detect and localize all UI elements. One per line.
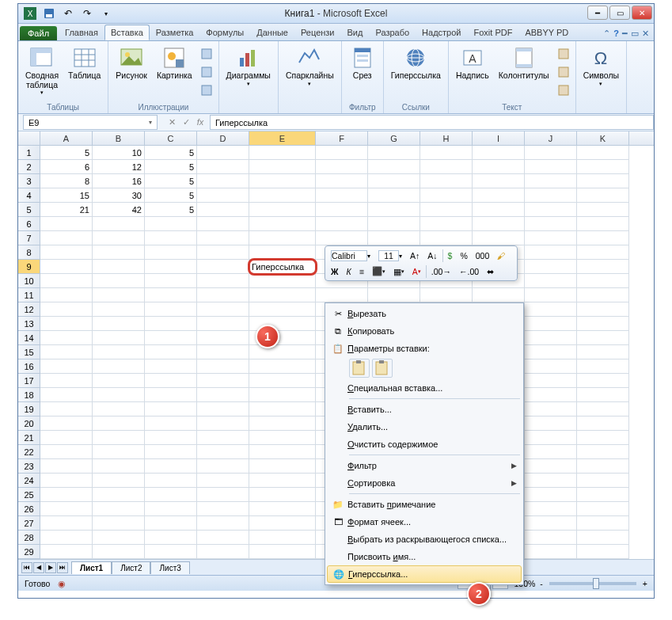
row-header-26[interactable]: 26 — [18, 502, 40, 516]
cell-J27[interactable] — [525, 516, 577, 531]
signature-icon[interactable] — [555, 63, 572, 81]
ctx-копировать[interactable]: ⧉Копировать — [327, 322, 522, 340]
cell-K7[interactable] — [577, 231, 629, 245]
cell-J13[interactable] — [525, 317, 577, 331]
cell-E25[interactable] — [249, 488, 316, 502]
ribbon-гиперссылка[interactable]: Гиперссылка — [387, 43, 445, 101]
macro-record-icon[interactable]: ◉ — [58, 579, 66, 588]
col-header-I[interactable]: I — [473, 131, 525, 145]
cell-A17[interactable] — [40, 374, 93, 388]
cell-K29[interactable] — [577, 545, 629, 559]
cell-A8[interactable] — [40, 245, 93, 260]
cell-D12[interactable] — [197, 302, 249, 317]
mdi-min[interactable]: ━ — [622, 29, 628, 39]
cell-J5[interactable] — [525, 203, 577, 217]
row-header-8[interactable]: 8 — [18, 245, 40, 260]
cell-D21[interactable] — [197, 431, 249, 445]
cell-K9[interactable] — [577, 260, 629, 274]
mini-italic[interactable]: К — [344, 265, 355, 278]
cell-C24[interactable] — [145, 474, 197, 488]
cell-J25[interactable] — [525, 488, 577, 502]
cell-E16[interactable] — [249, 359, 316, 374]
row-header-22[interactable]: 22 — [18, 445, 40, 459]
cell-J17[interactable] — [525, 374, 577, 388]
cell-C15[interactable] — [145, 345, 197, 359]
cell-K18[interactable] — [577, 388, 629, 402]
cell-C12[interactable] — [145, 302, 197, 317]
row-header-27[interactable]: 27 — [18, 516, 40, 531]
cell-D9[interactable] — [197, 260, 249, 274]
ribbon-collapse[interactable]: ⌃ — [603, 29, 610, 39]
row-header-23[interactable]: 23 — [18, 459, 40, 474]
cell-K3[interactable] — [577, 174, 629, 188]
cell-E1[interactable] — [249, 146, 316, 160]
cell-D26[interactable] — [197, 502, 249, 516]
col-header-G[interactable]: G — [368, 131, 420, 145]
cell-F1[interactable] — [316, 146, 368, 160]
cell-D10[interactable] — [197, 274, 249, 288]
ribbon-картинка[interactable]: Картинка — [153, 43, 196, 101]
cell-B13[interactable] — [93, 317, 145, 331]
ribbon-диаграммы[interactable]: Диаграммы▾ — [222, 43, 275, 110]
ctx-формат-ячеек-[interactable]: 🗔Формат ячеек... — [327, 513, 522, 531]
cell-D27[interactable] — [197, 516, 249, 531]
ctx-вставить-примечание[interactable]: 📁Вставить примечание — [327, 496, 522, 513]
cell-J21[interactable] — [525, 431, 577, 445]
cell-J18[interactable] — [525, 388, 577, 402]
cell-F5[interactable] — [316, 203, 368, 217]
row-header-14[interactable]: 14 — [18, 331, 40, 345]
cell-D17[interactable] — [197, 374, 249, 388]
cell-C25[interactable] — [145, 488, 197, 502]
cell-B8[interactable] — [93, 245, 145, 260]
cell-A6[interactable] — [40, 217, 93, 231]
cell-I4[interactable] — [473, 188, 525, 203]
cell-J7[interactable] — [525, 231, 577, 245]
row-header-20[interactable]: 20 — [18, 417, 40, 431]
cell-D28[interactable] — [197, 531, 249, 545]
cell-C2[interactable]: 5 — [145, 160, 197, 174]
cell-D16[interactable] — [197, 359, 249, 374]
cell-J20[interactable] — [525, 417, 577, 431]
cell-B3[interactable]: 16 — [93, 174, 145, 188]
cell-C29[interactable] — [145, 545, 197, 559]
paste-option-1[interactable] — [372, 359, 393, 378]
ctx-очистить-содержимое[interactable]: Очистить содержимое — [327, 436, 522, 453]
cell-J16[interactable] — [525, 359, 577, 374]
cell-K5[interactable] — [577, 203, 629, 217]
cell-A12[interactable] — [40, 302, 93, 317]
cell-G4[interactable] — [368, 188, 420, 203]
mini-dec-dec-icon[interactable]: ←.00 — [456, 265, 482, 278]
cell-B2[interactable]: 12 — [93, 160, 145, 174]
cell-H3[interactable] — [420, 174, 473, 188]
cell-J24[interactable] — [525, 474, 577, 488]
cell-A11[interactable] — [40, 288, 93, 302]
tab-foxit[interactable]: Foxit PDF — [468, 25, 519, 40]
cell-B18[interactable] — [93, 388, 145, 402]
cell-B7[interactable] — [93, 231, 145, 245]
cell-J26[interactable] — [525, 502, 577, 516]
tab-file[interactable]: Файл — [20, 26, 57, 40]
row-header-12[interactable]: 12 — [18, 302, 40, 317]
cell-G1[interactable] — [368, 146, 420, 160]
cell-F7[interactable] — [316, 231, 368, 245]
cell-I1[interactable] — [473, 146, 525, 160]
cell-G3[interactable] — [368, 174, 420, 188]
cell-D7[interactable] — [197, 231, 249, 245]
cell-E28[interactable] — [249, 531, 316, 545]
cell-C6[interactable] — [145, 217, 197, 231]
cell-E2[interactable] — [249, 160, 316, 174]
cell-B5[interactable]: 42 — [93, 203, 145, 217]
cell-A16[interactable] — [40, 359, 93, 374]
mini-bold[interactable]: Ж — [328, 265, 342, 278]
ribbon-таблица[interactable]: Таблица — [64, 43, 104, 101]
cell-J23[interactable] — [525, 459, 577, 474]
mini-font[interactable]: ▾ — [328, 249, 374, 263]
row-header-13[interactable]: 13 — [18, 317, 40, 331]
cell-A13[interactable] — [40, 317, 93, 331]
cell-C19[interactable] — [145, 402, 197, 417]
minimize-button[interactable]: ━ — [587, 6, 608, 20]
cell-A21[interactable] — [40, 431, 93, 445]
cell-D15[interactable] — [197, 345, 249, 359]
cell-I6[interactable] — [473, 217, 525, 231]
mdi-close[interactable]: ✕ — [642, 29, 649, 39]
